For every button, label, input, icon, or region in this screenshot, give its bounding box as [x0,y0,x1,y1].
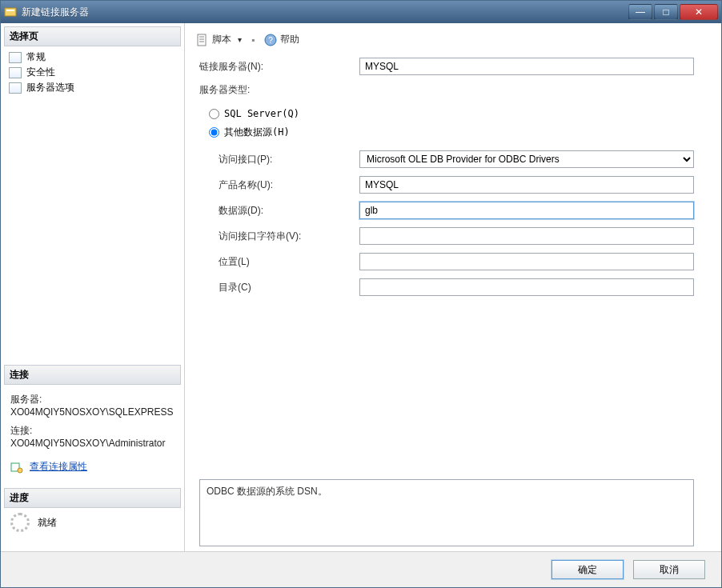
linked-server-label: 链接服务器(N): [199,60,359,74]
radio-other[interactable] [209,127,219,138]
minimize-button[interactable]: — [628,4,652,20]
server-label: 服务器: [10,393,178,406]
titlebar[interactable]: 新建链接服务器 — □ ✕ [1,1,721,23]
radio-sqlserver-row[interactable]: SQL Server(Q) [199,105,694,122]
select-page-header: 选择页 [4,26,181,46]
nav-label: 安全性 [26,66,55,79]
svg-point-3 [18,468,22,473]
ok-button[interactable]: 确定 [552,560,624,579]
connection-block: 服务器: XO04MQIY5NOSXOY\SQLEXPRESS 连接: XO04… [4,386,184,455]
conn-value: XO04MQIY5NOSXOY\Administrator [10,438,178,449]
maximize-button[interactable]: □ [654,4,678,20]
radio-other-row[interactable]: 其他数据源(H) [199,122,694,142]
window-title: 新建链接服务器 [22,6,628,19]
dialog-window: 新建链接服务器 — □ ✕ 选择页 常规 安全性 服务器选项 [0,0,722,588]
toolbar: 脚本 ▪ ? 帮助 [193,28,713,54]
spinner-icon [10,513,30,532]
cancel-button[interactable]: 取消 [633,560,705,579]
svg-text:?: ? [268,36,273,45]
nav-item-security[interactable]: 安全性 [6,65,184,80]
svg-rect-4 [198,34,206,46]
app-icon [4,6,17,18]
connection-header: 连接 [4,365,181,385]
script-label: 脚本 [212,33,231,46]
provider-select[interactable]: Microsoft OLE DB Provider for ODBC Drive… [359,150,694,168]
server-value: XO04MQIY5NOSXOY\SQLEXPRESS [10,406,178,418]
location-input[interactable] [359,253,694,270]
nav-item-server-options[interactable]: 服务器选项 [6,80,184,95]
help-button[interactable]: ? 帮助 [261,31,303,48]
location-label: 位置(L) [199,255,359,269]
progress-header: 进度 [4,488,181,508]
nav-list: 常规 安全性 服务器选项 [4,48,184,95]
nav-label: 服务器选项 [26,81,74,94]
main-panel: 脚本 ▪ ? 帮助 链接服务器(N): 服务器类型: [185,23,721,551]
view-connection-properties[interactable]: 查看连接属性 [4,455,184,478]
provstring-label: 访问接口字符串(V): [199,230,359,243]
progress-status: 就绪 [38,516,57,530]
conn-label: 连接: [10,424,178,438]
radio-sqlserver[interactable] [209,109,219,119]
window-buttons: — □ ✕ [628,4,718,20]
server-type-group: SQL Server(Q) 其他数据源(H) [199,105,694,142]
page-icon [9,82,22,94]
progress-row: 就绪 [4,510,184,532]
help-label: 帮助 [280,33,299,46]
script-button[interactable]: 脚本 [193,31,245,48]
catalog-input[interactable] [359,278,694,296]
provider-label: 访问接口(P): [199,153,359,166]
product-label: 产品名称(U): [199,178,359,192]
close-button[interactable]: ✕ [680,4,718,20]
content: 选择页 常规 安全性 服务器选项 连接 服务器: XO04MQ [1,23,721,551]
page-icon [9,52,22,63]
datasource-input[interactable] [359,202,694,219]
provstring-input[interactable] [359,227,694,245]
radio-other-label: 其他数据源(H) [224,126,290,139]
help-icon: ? [264,34,277,46]
properties-icon [10,461,23,474]
svg-rect-0 [5,8,16,16]
radio-sqlserver-label: SQL Server(Q) [224,108,299,119]
catalog-label: 目录(C) [199,281,359,294]
view-props-link[interactable]: 查看连接属性 [30,460,87,474]
script-icon [196,34,209,46]
datasource-label: 数据源(D): [199,204,359,218]
footer: 确定 取消 [1,551,721,587]
nav-label: 常规 [26,50,46,64]
sidebar: 选择页 常规 安全性 服务器选项 连接 服务器: XO04MQ [1,23,185,551]
product-input[interactable] [359,176,694,194]
hint-box: ODBC 数据源的系统 DSN。 [199,479,694,546]
linked-server-input[interactable] [359,58,694,75]
svg-rect-1 [6,10,14,11]
form: 链接服务器(N): 服务器类型: SQL Server(Q) 其他数据源(H) [193,54,713,304]
nav-item-general[interactable]: 常规 [6,50,184,65]
server-type-label: 服务器类型: [199,83,359,97]
page-icon [9,67,22,78]
